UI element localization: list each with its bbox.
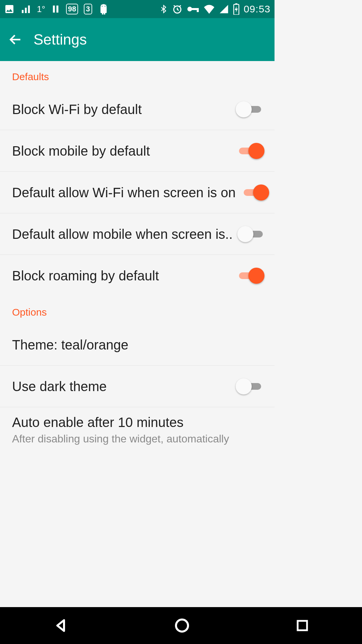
setting-label: Block mobile by default: [12, 143, 231, 159]
signal-bars-icon: [20, 4, 31, 14]
svg-point-6: [105, 6, 106, 7]
setting-label: Default allow mobile when screen is..: [12, 226, 233, 243]
toggle-allow-wifi-screen-on[interactable]: [242, 184, 267, 201]
svg-rect-1: [25, 8, 26, 13]
svg-rect-10: [197, 8, 199, 12]
svg-rect-0: [22, 10, 23, 13]
status-badge-2: 3: [84, 4, 92, 14]
setting-label: Auto enable after 10 minutes: [12, 414, 256, 431]
page-title: Settings: [34, 31, 87, 48]
setting-theme[interactable]: Theme: teal/orange: [0, 324, 275, 366]
svg-point-8: [187, 7, 192, 11]
toggle-block-mobile[interactable]: [238, 143, 262, 159]
status-clock: 09:53: [244, 3, 270, 15]
alarm-icon: [172, 4, 183, 14]
svg-point-5: [102, 6, 103, 7]
setting-label: Use dark theme: [12, 378, 231, 395]
toggle-dark-theme[interactable]: [238, 378, 262, 394]
setting-label: Theme: teal/orange: [12, 336, 256, 353]
setting-auto-enable[interactable]: Auto enable after 10 minutes After disab…: [0, 407, 275, 449]
status-badge-1: 98: [66, 4, 78, 14]
setting-allow-wifi-screen-on[interactable]: Default allow Wi-Fi when screen is on: [0, 172, 275, 213]
toggle-allow-mobile-screen-on[interactable]: [239, 226, 264, 242]
svg-rect-12: [235, 3, 237, 4]
wifi-icon: [203, 4, 215, 14]
setting-block-wifi[interactable]: Block Wi-Fi by default: [0, 89, 275, 130]
android-icon: [98, 3, 109, 15]
setting-label: Default allow Wi-Fi when screen is on: [12, 184, 236, 201]
toggle-block-wifi[interactable]: [238, 101, 262, 117]
setting-dark-theme[interactable]: Use dark theme: [0, 366, 275, 407]
app-bar: Settings: [0, 18, 275, 61]
svg-rect-2: [28, 5, 30, 13]
setting-sublabel: After disabling using the widget, automa…: [12, 432, 256, 445]
setting-label: Block roaming by default: [12, 267, 231, 284]
pause-icon: [51, 4, 60, 14]
svg-rect-3: [53, 6, 55, 13]
setting-allow-mobile-screen-on[interactable]: Default allow mobile when screen is..: [0, 213, 275, 255]
setting-label: Block Wi-Fi by default: [12, 101, 231, 118]
settings-list: Defaults Block Wi-Fi by default Block mo…: [0, 61, 275, 451]
setting-block-roaming[interactable]: Block roaming by default: [0, 255, 275, 297]
vpn-key-icon: [187, 5, 199, 13]
temperature-indicator: 1°: [37, 4, 45, 14]
cell-signal-icon: [219, 4, 229, 14]
status-bar: 1° 98 3 09:53: [0, 0, 275, 18]
section-header-defaults: Defaults: [0, 61, 275, 89]
section-header-options: Options: [0, 297, 275, 324]
picture-icon: [4, 4, 15, 14]
svg-rect-4: [56, 6, 58, 13]
setting-block-mobile[interactable]: Block mobile by default: [0, 130, 275, 172]
bluetooth-icon: [159, 4, 168, 14]
back-button[interactable]: [8, 32, 23, 47]
battery-charging-icon: [233, 3, 240, 15]
toggle-block-roaming[interactable]: [238, 268, 262, 284]
